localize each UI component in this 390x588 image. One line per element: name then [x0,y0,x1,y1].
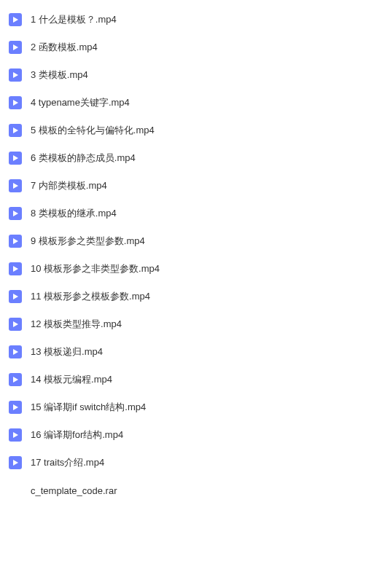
file-item[interactable]: 10 模板形参之非类型参数.mp4 [0,255,390,283]
file-name-label: 8 类模板的继承.mp4 [31,207,117,220]
file-name-label: 11 模板形参之模板参数.mp4 [31,290,150,303]
file-item[interactable]: 2 函数模板.mp4 [0,34,390,61]
file-name-label: 3 类模板.mp4 [31,68,88,82]
file-name-label: 16 编译期for结构.mp4 [31,428,123,442]
video-file-icon [9,456,22,469]
file-item[interactable]: 12 模板类型推导.mp4 [0,310,390,338]
file-name-label: 6 类模板的静态成员.mp4 [31,152,136,165]
video-file-icon [9,13,22,26]
video-file-icon [9,290,22,303]
video-file-icon [9,235,22,248]
archive-file-icon [9,484,22,497]
file-name-label: 14 模板元编程.mp4 [31,373,112,386]
file-item[interactable]: 3 类模板.mp4 [0,61,390,89]
video-file-icon [9,41,22,54]
file-name-label: 1 什么是模板？.mp4 [31,13,117,26]
file-name-label: c_template_code.rar [31,485,117,496]
video-file-icon [9,68,22,82]
file-item[interactable]: 1 什么是模板？.mp4 [0,6,390,34]
video-file-icon [9,373,22,386]
file-item[interactable]: 14 模板元编程.mp4 [0,366,390,393]
video-file-icon [9,179,22,192]
video-file-icon [9,318,22,331]
file-name-label: 10 模板形参之非类型参数.mp4 [31,262,160,275]
file-item[interactable]: 11 模板形参之模板参数.mp4 [0,283,390,310]
file-name-label: 13 模板递归.mp4 [31,345,103,358]
file-list: 1 什么是模板？.mp42 函数模板.mp43 类模板.mp44 typenam… [0,6,390,504]
file-item[interactable]: 16 编译期for结构.mp4 [0,421,390,449]
file-item[interactable]: 9 模板形参之类型参数.mp4 [0,227,390,255]
file-name-label: 4 typename关键字.mp4 [31,96,130,109]
video-file-icon [9,96,22,109]
video-file-icon [9,124,22,137]
file-item[interactable]: 4 typename关键字.mp4 [0,89,390,117]
video-file-icon [9,207,22,220]
file-name-label: 17 traits介绍.mp4 [31,456,104,469]
file-name-label: 7 内部类模板.mp4 [31,179,107,192]
file-item[interactable]: c_template_code.rar [0,477,390,504]
file-item[interactable]: 7 内部类模板.mp4 [0,172,390,200]
video-file-icon [9,428,22,442]
video-file-icon [9,152,22,165]
file-item[interactable]: 15 编译期if switch结构.mp4 [0,393,390,421]
file-item[interactable]: 17 traits介绍.mp4 [0,449,390,477]
file-name-label: 5 模板的全特化与偏特化.mp4 [31,124,155,137]
file-item[interactable]: 6 类模板的静态成员.mp4 [0,144,390,172]
file-name-label: 12 模板类型推导.mp4 [31,318,122,331]
video-file-icon [9,345,22,358]
file-item[interactable]: 13 模板递归.mp4 [0,338,390,366]
file-item[interactable]: 5 模板的全特化与偏特化.mp4 [0,117,390,144]
file-name-label: 2 函数模板.mp4 [31,41,98,54]
file-name-label: 9 模板形参之类型参数.mp4 [31,235,145,248]
file-item[interactable]: 8 类模板的继承.mp4 [0,200,390,227]
video-file-icon [9,262,22,275]
file-name-label: 15 编译期if switch结构.mp4 [31,401,146,414]
video-file-icon [9,401,22,414]
